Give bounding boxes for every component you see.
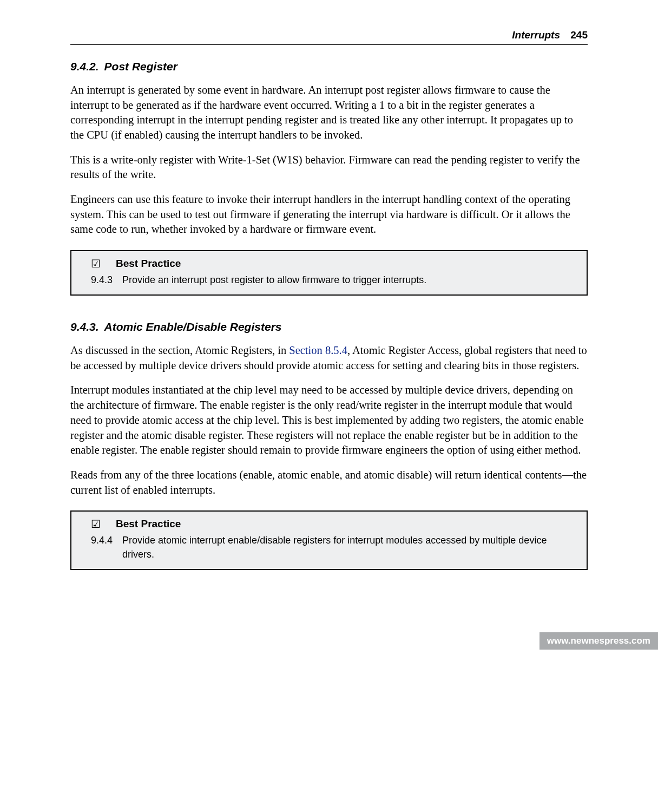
best-practice-box: ☑ Best Practice 9.4.3 Provide an interru…	[70, 250, 588, 296]
best-practice-text: Provide an interrupt post register to al…	[122, 273, 577, 287]
section-title: Atomic Enable/Disable Registers	[104, 320, 282, 333]
best-practice-entry: 9.4.4 Provide atomic interrupt enable/di…	[83, 533, 577, 561]
paragraph: Reads from any of the three locations (e…	[70, 468, 588, 497]
running-header: Interrupts 245	[70, 29, 588, 45]
section-heading: 9.4.3.Atomic Enable/Disable Registers	[70, 320, 588, 333]
publisher-url: www.newnespress.com	[547, 636, 650, 646]
cross-reference-link[interactable]: Section 8.5.4	[289, 344, 347, 356]
section-number: 9.4.3.	[70, 320, 99, 333]
best-practice-text: Provide atomic interrupt enable/disable …	[122, 533, 577, 561]
best-practice-label: Best Practice	[116, 258, 181, 270]
page: Interrupts 245 9.4.2.Post Register An in…	[0, 0, 658, 812]
paragraph-text: As discussed in the section, Atomic Regi…	[70, 344, 289, 356]
paragraph: Interrupt modules instantiated at the ch…	[70, 383, 588, 457]
paragraph: Engineers can use this feature to invoke…	[70, 192, 588, 237]
chapter-title: Interrupts	[512, 29, 560, 41]
checkbox-icon: ☑	[91, 258, 101, 269]
checkbox-icon: ☑	[91, 519, 101, 529]
section-number: 9.4.2.	[70, 60, 99, 73]
section-title: Post Register	[104, 60, 177, 73]
paragraph: As discussed in the section, Atomic Regi…	[70, 343, 588, 373]
best-practice-label: Best Practice	[116, 518, 181, 530]
best-practice-header: ☑ Best Practice	[83, 518, 577, 530]
paragraph: An interrupt is generated by some event …	[70, 83, 588, 143]
best-practice-box: ☑ Best Practice 9.4.4 Provide atomic int…	[70, 510, 588, 570]
best-practice-number: 9.4.4	[91, 533, 122, 561]
publisher-footer: www.newnespress.com	[539, 632, 658, 650]
best-practice-number: 9.4.3	[91, 273, 122, 287]
paragraph: This is a write-only register with Write…	[70, 153, 588, 182]
best-practice-entry: 9.4.3 Provide an interrupt post register…	[83, 273, 577, 287]
best-practice-header: ☑ Best Practice	[83, 258, 577, 270]
section-heading: 9.4.2.Post Register	[70, 60, 588, 73]
page-number: 245	[570, 29, 588, 41]
